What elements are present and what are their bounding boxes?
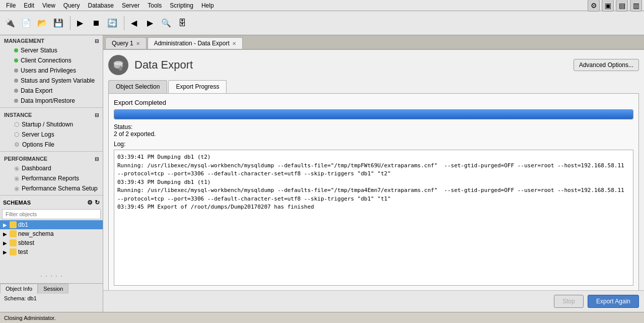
menu-tools[interactable]: Tools xyxy=(144,1,166,10)
instance-icon: ⬡ xyxy=(14,121,19,128)
page-content: Data Export Advanced Options... Object S… xyxy=(103,50,644,290)
status-dot xyxy=(14,48,18,52)
perf-icon: ◉ xyxy=(14,185,19,192)
menu-help[interactable]: Help xyxy=(197,1,218,10)
layout3-icon[interactable]: ▥ xyxy=(630,0,642,12)
forward-btn[interactable]: ▶ xyxy=(142,15,158,31)
page-header: Data Export Advanced Options... xyxy=(108,55,639,75)
instance-icon: ⚙ xyxy=(14,141,20,148)
tab-close-query1[interactable]: ✕ xyxy=(136,41,140,46)
menu-server[interactable]: Server xyxy=(118,1,144,10)
menu-query[interactable]: Query xyxy=(59,1,84,10)
tab-session[interactable]: Session xyxy=(38,284,68,294)
schema-item-test[interactable]: ▶ test xyxy=(0,247,103,256)
menu-scripting[interactable]: Scripting xyxy=(166,1,197,10)
perf-icon: ◉ xyxy=(14,165,19,172)
back-btn[interactable]: ◀ xyxy=(126,15,142,31)
schema-expand-icon[interactable]: ▶ xyxy=(2,249,8,255)
sidebar-item-performance-reports[interactable]: ◉ Performance Reports xyxy=(0,173,103,183)
progress-bar xyxy=(114,109,633,119)
stop-btn[interactable]: ⏹ xyxy=(88,15,104,31)
menubar: File Edit View Query Database Server Too… xyxy=(0,0,644,11)
schemas-section-header: SCHEMAS ⚙ ↻ xyxy=(0,197,103,208)
statusbar: Closing Administator. xyxy=(0,312,644,323)
main-layout: MANAGEMENT ⊟ Server Status Client Connec… xyxy=(0,35,644,312)
schema-db-icon xyxy=(10,248,17,255)
schemas-settings-icon[interactable]: ⚙ xyxy=(87,199,93,206)
menu-database[interactable]: Database xyxy=(84,1,118,10)
sidebar-item-users-privileges[interactable]: Users and Privileges xyxy=(0,66,103,76)
layout2-icon[interactable]: ▤ xyxy=(616,0,628,12)
status-section: Status: 2 of 2 exported. xyxy=(114,123,633,138)
instance-expand-icon[interactable]: ⊟ xyxy=(95,112,99,118)
button-bar: Stop Export Again xyxy=(103,290,644,312)
schema-expand-icon[interactable]: ▶ xyxy=(2,240,8,246)
page-title-icon xyxy=(108,55,128,75)
schema-db-icon xyxy=(10,230,17,237)
menu-file[interactable]: File xyxy=(2,1,20,10)
management-expand-icon[interactable]: ⊟ xyxy=(95,38,99,44)
layout1-icon[interactable]: ▣ xyxy=(602,0,614,12)
bottom-tab-content: Schema: db1 xyxy=(0,294,103,312)
sub-tab-bar: Object Selection Export Progress xyxy=(108,80,639,93)
schema-expand-icon[interactable]: ▶ xyxy=(2,231,8,237)
management-section-header: MANAGEMENT ⊟ xyxy=(0,35,103,45)
sub-tab-object-selection[interactable]: Object Selection xyxy=(108,80,167,93)
schema-db-icon xyxy=(10,221,17,228)
performance-section-header: PERFORMANCE ⊟ xyxy=(0,153,103,163)
stop-button[interactable]: Stop xyxy=(554,295,584,308)
export-again-button[interactable]: Export Again xyxy=(588,295,639,308)
open-btn[interactable]: 📂 xyxy=(34,15,50,31)
tab-bar: Query 1 ✕ Administration - Data Export ✕ xyxy=(103,35,644,50)
run-btn[interactable]: ▶ xyxy=(72,15,88,31)
sub-tab-export-progress[interactable]: Export Progress xyxy=(168,80,227,93)
content-area: Query 1 ✕ Administration - Data Export ✕ xyxy=(103,35,644,312)
sidebar-item-data-export[interactable]: Data Export xyxy=(0,86,103,96)
sidebar-item-dashboard[interactable]: ◉ Dashboard xyxy=(0,163,103,173)
sidebar-item-options-file[interactable]: ⚙ Options File xyxy=(0,140,103,150)
export-completed-label: Export Completed xyxy=(114,99,633,106)
schema-item-new-schema[interactable]: ▶ new_schema xyxy=(0,229,103,238)
save-btn[interactable]: 💾 xyxy=(50,15,66,31)
schema-btn[interactable]: 🗄 xyxy=(174,15,190,31)
tab-admin-export[interactable]: Administration - Data Export ✕ xyxy=(148,37,243,49)
status-dot xyxy=(14,99,18,103)
status-dot xyxy=(14,58,18,62)
sidebar: MANAGEMENT ⊟ Server Status Client Connec… xyxy=(0,35,103,312)
tab-close-admin[interactable]: ✕ xyxy=(232,41,236,46)
status-dot xyxy=(14,69,18,73)
resize-handle[interactable]: · · · · · xyxy=(0,269,103,283)
performance-expand-icon[interactable]: ⊟ xyxy=(95,156,99,162)
sidebar-item-data-import[interactable]: Data Import/Restore xyxy=(0,96,103,106)
schema-expand-icon[interactable]: ▶ xyxy=(2,222,8,228)
menu-edit[interactable]: Edit xyxy=(20,1,38,10)
tab-query1[interactable]: Query 1 ✕ xyxy=(105,37,147,49)
new-conn-btn[interactable]: 🔌 xyxy=(2,15,18,31)
bottom-tab-bar: Object Info Session xyxy=(0,284,103,294)
new-query-btn[interactable]: 📄 xyxy=(18,15,34,31)
schemas-refresh-icon[interactable]: ↻ xyxy=(95,199,100,206)
search-btn[interactable]: 🔍 xyxy=(158,15,174,31)
advanced-options-button[interactable]: Advanced Options... xyxy=(574,59,639,71)
schemas-filter-input[interactable] xyxy=(2,209,101,219)
log-area[interactable]: 03:39:41 PM Dumping db1 (t2) Running: /u… xyxy=(114,150,633,286)
sidebar-item-server-status[interactable]: Server Status xyxy=(0,45,103,55)
menu-view[interactable]: View xyxy=(38,1,59,10)
tab-object-info[interactable]: Object Info xyxy=(0,284,38,294)
refresh-btn[interactable]: 🔄 xyxy=(104,15,120,31)
page-title: Data Export xyxy=(134,58,193,72)
schema-db-icon xyxy=(10,239,17,246)
sidebar-item-performance-schema[interactable]: ◉ Performance Schema Setup xyxy=(0,183,103,193)
instance-section-header: INSTANCE ⊟ xyxy=(0,109,103,119)
toolbar: 🔌 📄 📂 💾 ▶ ⏹ 🔄 ◀ ▶ 🔍 🗄 xyxy=(0,11,644,35)
schema-item-sbtest[interactable]: ▶ sbtest xyxy=(0,238,103,247)
sidebar-item-startup-shutdown[interactable]: ⬡ Startup / Shutdown xyxy=(0,119,103,130)
sidebar-item-server-logs[interactable]: ⬡ Server Logs xyxy=(0,130,103,140)
instance-icon: ⬡ xyxy=(14,131,19,138)
schema-item-db1[interactable]: ▶ db1 xyxy=(0,220,103,229)
sidebar-item-client-connections[interactable]: Client Connections xyxy=(0,55,103,66)
sidebar-item-status-variables[interactable]: Status and System Variable xyxy=(0,76,103,86)
status-dot xyxy=(14,79,18,83)
settings-icon[interactable]: ⚙ xyxy=(588,0,600,12)
log-label: Log: xyxy=(114,141,633,148)
